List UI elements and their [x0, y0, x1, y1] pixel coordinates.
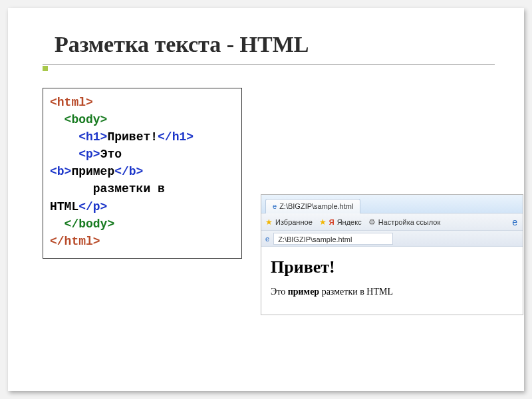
page-heading: Привет! — [271, 257, 513, 277]
browser-address-row: e Z:\BIGZIP\sample.html — [261, 231, 523, 247]
ie-page-icon: e — [265, 235, 269, 243]
code-tag-body-open: <body> — [65, 113, 108, 126]
ie-page-icon: e — [273, 202, 277, 210]
browser-tab-bar: e Z:\BIGZIP\sample.html — [261, 195, 523, 213]
favorites-button[interactable]: ★ Избранное — [265, 217, 313, 227]
code-text-p1: Это — [100, 148, 122, 161]
rendered-page: Привет! Это пример разметки в HTML — [261, 247, 523, 315]
title-bullet-icon — [43, 66, 48, 71]
code-tag-html-close: </html> — [50, 235, 100, 248]
links-settings-label: Настройка ссылок — [378, 218, 441, 226]
title-underline — [43, 64, 495, 65]
code-tag-b-close: </b> — [114, 165, 143, 178]
code-text-h1: Привет! — [107, 130, 158, 144]
code-box: <html> <body> <h1>Привет!</h1> <p>Это <b… — [43, 88, 242, 259]
browser-tab-label: Z:\BIGZIP\sample.html — [279, 202, 353, 210]
star-icon: ★ — [265, 217, 273, 227]
code-tag-h1-open: <h1> — [78, 130, 107, 144]
code-tag-h1-close: </h1> — [158, 130, 194, 144]
slide-title: Разметка текста - HTML — [55, 32, 309, 57]
code-tag-b-open: <b> — [50, 165, 71, 178]
favorites-label: Избранное — [275, 218, 313, 226]
address-bar[interactable]: Z:\BIGZIP\sample.html — [273, 233, 393, 245]
yandex-button[interactable]: ★ Я Яндекс — [319, 217, 362, 227]
code-tag-p-open: <p> — [78, 148, 100, 161]
browser-tab[interactable]: e Z:\BIGZIP\sample.html — [265, 199, 360, 213]
yandex-icon: Я — [329, 218, 334, 226]
code-text-line6: разметки в — [93, 182, 165, 196]
links-settings-button[interactable]: ⚙ Настройка ссылок — [368, 217, 441, 227]
code-text-line7: HTML — [50, 200, 78, 213]
browser-toolbar: ★ Избранное ★ Я Яндекс ⚙ Настройка ссыло… — [261, 213, 523, 231]
yandex-label: Яндекс — [337, 218, 362, 226]
code-tag-p-close: </p> — [78, 200, 107, 213]
ie-logo-icon: e — [512, 217, 517, 227]
code-tag-html-open: <html> — [50, 96, 93, 109]
code-tag-body-close: </body> — [65, 217, 115, 231]
star-icon: ★ — [319, 217, 327, 227]
code-text-b: пример — [71, 165, 114, 178]
browser-window: e Z:\BIGZIP\sample.html ★ Избранное ★ Я … — [261, 194, 523, 315]
slide: Разметка текста - HTML <html> <body> <h1… — [8, 8, 524, 391]
page-paragraph: Это пример разметки в HTML — [271, 287, 513, 297]
gear-icon: ⚙ — [368, 217, 376, 227]
